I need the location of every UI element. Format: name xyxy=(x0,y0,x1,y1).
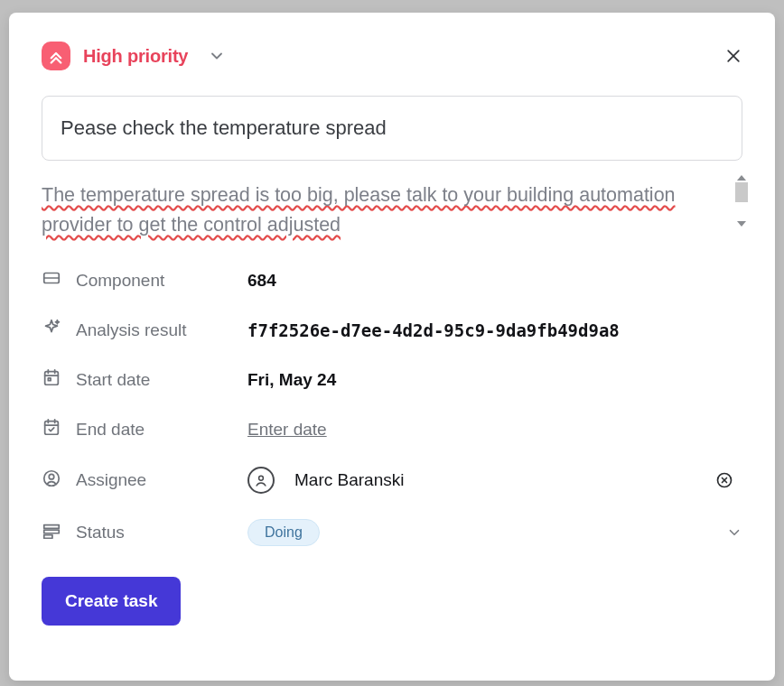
status-badge[interactable]: Doing xyxy=(247,519,320,546)
component-icon xyxy=(42,268,61,292)
assignee-label-text: Assignee xyxy=(76,470,146,490)
component-label-text: Component xyxy=(76,271,164,291)
svg-point-15 xyxy=(259,477,264,481)
priority-icon xyxy=(42,42,70,70)
description-scrollbar[interactable] xyxy=(733,175,750,227)
scroll-down-arrow[interactable] xyxy=(737,221,746,227)
start-date-label: Start date xyxy=(42,367,247,392)
end-date-placeholder[interactable]: Enter date xyxy=(247,420,706,440)
sparkle-icon xyxy=(42,318,61,342)
calendar-icon xyxy=(42,367,61,392)
end-date-label: End date xyxy=(42,417,247,441)
dialog-header: High priority xyxy=(42,42,742,70)
task-dialog: High priority The temperature spread is … xyxy=(9,13,775,681)
svg-rect-4 xyxy=(45,372,59,385)
create-task-button[interactable]: Create task xyxy=(42,577,181,626)
status-value[interactable]: Doing xyxy=(247,519,706,546)
analysis-result-label: Analysis result xyxy=(42,318,247,342)
component-value[interactable]: 684 xyxy=(247,271,706,291)
svg-rect-8 xyxy=(48,378,51,381)
status-chevron-down-icon[interactable] xyxy=(706,524,742,541)
priority-label: High priority xyxy=(83,46,188,67)
chevron-down-icon xyxy=(208,47,226,65)
component-label: Component xyxy=(42,268,247,292)
start-date-value[interactable]: Fri, May 24 xyxy=(247,370,706,390)
task-title-input[interactable] xyxy=(42,96,742,161)
svg-rect-19 xyxy=(44,524,60,528)
assignee-name: Marc Baranski xyxy=(294,470,404,490)
task-description[interactable]: The temperature spread is too big, pleas… xyxy=(42,181,742,239)
svg-rect-21 xyxy=(44,534,52,538)
end-date-label-text: End date xyxy=(76,420,145,440)
start-date-label-text: Start date xyxy=(76,370,150,390)
scroll-up-arrow[interactable] xyxy=(737,175,746,181)
description-area[interactable]: The temperature spread is too big, pleas… xyxy=(42,181,742,239)
assignee-avatar-icon xyxy=(247,467,275,494)
svg-point-13 xyxy=(44,471,60,487)
calendar-check-icon xyxy=(42,417,61,441)
user-circle-icon xyxy=(42,468,61,493)
status-icon xyxy=(42,521,61,545)
svg-point-14 xyxy=(49,474,54,479)
close-button[interactable] xyxy=(724,47,742,65)
svg-rect-9 xyxy=(45,422,59,435)
analysis-result-value[interactable]: f7f2526e-d7ee-4d2d-95c9-9da9fb49d9a8 xyxy=(247,320,706,340)
priority-select[interactable]: High priority xyxy=(42,42,226,70)
svg-rect-20 xyxy=(44,530,60,533)
analysis-result-label-text: Analysis result xyxy=(76,320,187,340)
scroll-thumb[interactable] xyxy=(735,182,748,202)
dialog-footer: Create task xyxy=(42,577,742,626)
status-label-text: Status xyxy=(76,523,125,542)
task-metadata: Component 684 Analysis result f7f2526e-d… xyxy=(42,268,742,546)
assignee-value[interactable]: Marc Baranski xyxy=(247,467,706,494)
assignee-label: Assignee xyxy=(42,468,247,493)
remove-assignee-button[interactable] xyxy=(706,471,742,489)
status-label: Status xyxy=(42,521,247,545)
